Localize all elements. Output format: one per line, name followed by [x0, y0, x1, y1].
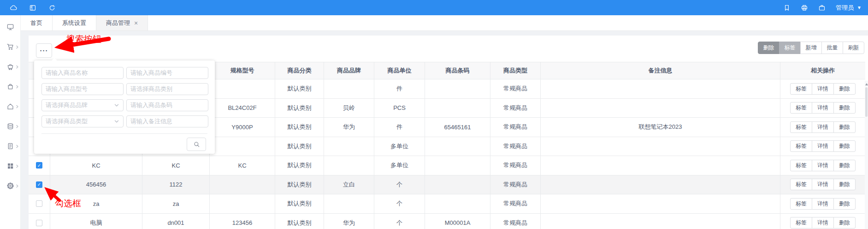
sidebar-item-document[interactable]	[0, 136, 20, 156]
row-detail-button[interactable]: 详情	[812, 160, 834, 171]
scrollbar-up-arrow-icon[interactable]	[865, 83, 868, 85]
bookmark-icon[interactable]	[783, 4, 791, 12]
cell: 多单位	[374, 137, 425, 156]
row-checkbox[interactable]	[36, 220, 42, 226]
row-tag-button[interactable]: 标签	[790, 160, 812, 171]
sidebar-item-gear[interactable]	[0, 176, 20, 196]
row-detail-button[interactable]: 详情	[812, 121, 834, 133]
tab-settings[interactable]: 系统设置	[53, 15, 96, 30]
logo-cloud-icon[interactable]	[10, 4, 17, 12]
row-tag-button[interactable]: 标签	[790, 140, 812, 152]
table-row[interactable]: zaza默认类别个常规商品标签详情删除	[29, 194, 865, 214]
placeholder-text: 请输入备注信息	[130, 117, 172, 126]
row-checkbox[interactable]	[36, 200, 42, 207]
sidebar-item-cart[interactable]	[0, 37, 20, 57]
sidebar-item-grid[interactable]	[0, 156, 20, 176]
actions-cell: 标签详情删除	[780, 118, 865, 137]
batch-button[interactable]: 批量	[821, 42, 843, 54]
row-delete-button[interactable]: 删除	[833, 179, 856, 190]
row-checkbox[interactable]: ✓	[36, 181, 42, 188]
row-delete-button[interactable]: 删除	[833, 140, 856, 152]
row-tag-button[interactable]: 标签	[790, 83, 812, 95]
row-delete-button[interactable]: 删除	[833, 160, 856, 171]
toolbar-button-group: 删除标签新增批量刷新	[758, 42, 864, 54]
row-tag-button[interactable]: 标签	[790, 121, 812, 133]
sidebar-item-basket[interactable]	[0, 57, 20, 77]
tab-label: 系统设置	[62, 19, 86, 27]
row-tag-button[interactable]: 标签	[790, 198, 812, 210]
search-submit-button[interactable]	[187, 138, 206, 151]
row-detail-button[interactable]: 详情	[812, 140, 834, 152]
remark-field[interactable]: 请输入备注信息	[126, 115, 208, 127]
row-delete-button[interactable]: 删除	[833, 102, 856, 114]
cell: 联想笔记本2023	[541, 118, 780, 137]
cell: 常规商品	[490, 99, 541, 118]
cell: 常规商品	[490, 214, 541, 229]
actions-cell: 标签详情删除	[780, 175, 865, 194]
row-detail-button[interactable]: 详情	[812, 83, 834, 95]
tab-home[interactable]: 首页	[21, 15, 53, 30]
row-delete-button[interactable]: 删除	[833, 217, 856, 229]
cell: 默认类别	[275, 156, 324, 175]
scrollbar-thumb[interactable]	[865, 87, 868, 117]
cell: Y9000P	[210, 118, 275, 137]
database-icon	[6, 122, 14, 130]
product-name-field[interactable]: 请输入商品名称	[41, 67, 124, 79]
row-tag-button[interactable]: 标签	[790, 179, 812, 190]
tab-products[interactable]: 商品管理×	[96, 15, 148, 30]
table-row[interactable]: ✓KCKCKC默认类别多单位常规商品标签详情删除	[29, 156, 865, 175]
refresh-icon[interactable]	[48, 4, 56, 12]
row-tag-button[interactable]: 标签	[790, 102, 812, 114]
table-scrollbar[interactable]	[865, 81, 868, 229]
row-delete-button[interactable]: 删除	[833, 83, 856, 95]
printer-icon[interactable]	[801, 4, 808, 12]
table-row[interactable]: 电脑dn001123456默认类别华为个M00001A常规商品标签详情删除	[29, 214, 865, 229]
cell: 常规商品	[490, 118, 541, 137]
sidebar-item-home[interactable]	[0, 96, 20, 116]
refresh-button[interactable]: 刷新	[843, 42, 864, 54]
row-detail-button[interactable]: 详情	[812, 102, 834, 114]
tag-button[interactable]: 标签	[779, 42, 801, 54]
product-brand-field[interactable]: 请选择商品品牌	[41, 99, 124, 111]
product-type-field[interactable]: 请选择商品类型	[41, 115, 124, 127]
chevron-right-icon	[15, 124, 19, 128]
collapse-sidebar-icon[interactable]	[29, 4, 36, 12]
column-header: 规格型号	[210, 62, 275, 79]
search-toggle-button[interactable]: ···	[36, 43, 52, 58]
product-barcode-field[interactable]: 请输入商品条码	[126, 99, 208, 111]
row-detail-button[interactable]: 详情	[812, 198, 834, 210]
sidebar-item-bag[interactable]	[0, 77, 20, 96]
delete-button[interactable]: 删除	[758, 42, 779, 54]
briefcase-icon[interactable]	[818, 4, 826, 12]
topbar-right: 管理员 ▼	[783, 4, 868, 12]
product-no-field[interactable]: 请输入商品编号	[126, 67, 208, 79]
cell: 立白	[324, 175, 374, 194]
cell	[324, 156, 374, 175]
cell	[210, 79, 275, 98]
sidebar-item-monitor[interactable]	[0, 17, 20, 37]
product-category-field[interactable]: 请选择商品类别	[126, 83, 208, 95]
row-delete-button[interactable]: 删除	[833, 121, 856, 133]
cell: 常规商品	[490, 156, 541, 175]
row-detail-button[interactable]: 详情	[812, 179, 834, 190]
cell	[541, 137, 780, 156]
product-model-field[interactable]: 请输入商品型号	[41, 83, 124, 95]
column-header: 商品类型	[490, 62, 541, 79]
add-button[interactable]: 新增	[800, 42, 822, 54]
tab-label: 首页	[30, 19, 42, 27]
basket-icon	[6, 63, 14, 71]
row-delete-button[interactable]: 删除	[833, 198, 856, 210]
actions-cell: 标签详情删除	[780, 156, 865, 175]
user-menu[interactable]: 管理员 ▼	[836, 4, 862, 12]
magnifier-icon	[193, 141, 200, 148]
cell: 默认类别	[275, 118, 324, 137]
close-icon[interactable]: ×	[134, 20, 138, 26]
cell: 65465161	[425, 118, 490, 137]
row-detail-button[interactable]: 详情	[812, 217, 834, 229]
row-tag-button[interactable]: 标签	[790, 217, 812, 229]
table-row[interactable]: ✓4564561122默认类别立白个常规商品标签详情删除	[29, 175, 865, 195]
row-checkbox[interactable]: ✓	[36, 162, 42, 169]
column-header: 相关操作	[780, 62, 865, 79]
sidebar-item-database[interactable]	[0, 116, 20, 136]
cell	[324, 137, 374, 156]
